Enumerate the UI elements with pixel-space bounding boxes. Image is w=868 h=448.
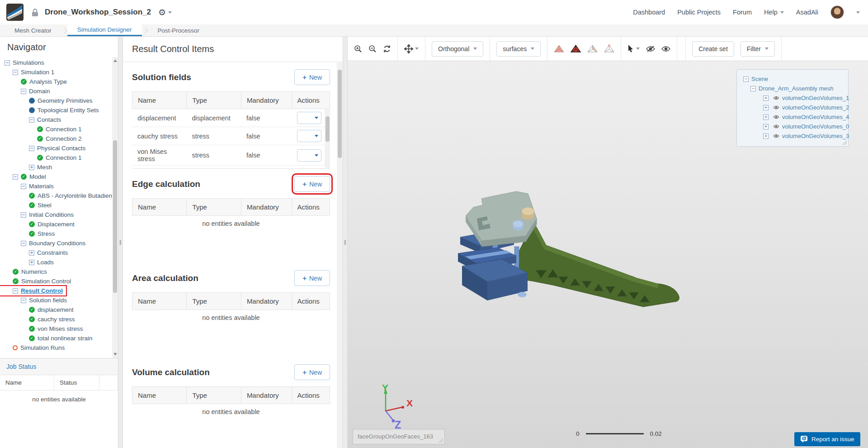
mesh-wireframe-node-view-icon[interactable] <box>604 44 614 53</box>
volume-calculation-new-button[interactable]: +New <box>294 364 330 380</box>
tree-expander-icon[interactable] <box>21 212 26 218</box>
tab-simulation-designer[interactable]: Simulation Designer <box>67 24 142 36</box>
nav-dashboard[interactable]: Dashboard <box>633 9 665 16</box>
nav-username[interactable]: AsadAli <box>796 9 818 16</box>
tree-expander-icon[interactable] <box>21 89 26 94</box>
table-row[interactable]: total nonlinear strain strain false <box>132 166 330 169</box>
navigator-tree-item[interactable]: Connection 1 <box>0 153 118 162</box>
navigator-tree-item[interactable]: Physical Contacts <box>0 143 118 153</box>
scrollbar-thumb[interactable] <box>326 116 330 142</box>
3d-canvas[interactable]: Scene Drone_Arm_Assembly mesh <box>348 61 868 448</box>
mesh-wireframe-face-view-icon[interactable] <box>587 44 598 53</box>
nav-forum[interactable]: Forum <box>733 9 752 16</box>
scrollbar-thumb[interactable] <box>113 140 117 293</box>
table-scrollbar[interactable] <box>325 109 330 168</box>
tree-expander-icon[interactable] <box>21 298 26 303</box>
tree-expander-icon[interactable] <box>29 165 34 170</box>
navigator-tree-item[interactable]: Stress <box>0 229 118 238</box>
navigator-tree-item[interactable]: displacement <box>0 305 118 315</box>
tree-expand-icon[interactable] <box>763 133 769 139</box>
tree-collapse-icon[interactable] <box>750 86 756 91</box>
navigator-tree-item[interactable]: Loads <box>0 257 118 267</box>
tree-expander-icon[interactable] <box>13 174 18 180</box>
row-actions-dropdown[interactable] <box>297 112 321 124</box>
navigator-tree-item[interactable]: ABS - Acrylonitrile Butadiene... <box>0 191 118 200</box>
tree-expand-icon[interactable] <box>763 114 769 120</box>
navigator-tree-item[interactable]: Steel <box>0 200 118 210</box>
tree-expander-icon[interactable] <box>21 184 26 189</box>
navigator-tree-item[interactable]: Result Control <box>0 286 66 295</box>
scrollbar-thumb[interactable] <box>338 70 342 158</box>
visibility-eye-icon[interactable] <box>773 96 779 100</box>
mesh-solid-view-icon[interactable] <box>554 44 564 53</box>
resize-handle-icon[interactable] <box>843 141 847 145</box>
navigator-tree-item[interactable]: Connection 2 <box>0 134 118 143</box>
create-set-button[interactable]: Create set <box>692 41 734 57</box>
show-all-icon[interactable] <box>661 46 670 52</box>
navigator-tree-item[interactable]: total nonlinear strain <box>0 334 118 343</box>
tree-expander-icon[interactable] <box>29 260 34 265</box>
simscale-logo-icon[interactable] <box>6 4 24 21</box>
scroll-down-icon[interactable] <box>113 353 117 356</box>
table-row[interactable]: cauchy stress stress false <box>132 127 330 145</box>
navigator-tree-item[interactable]: Initial Conditions <box>0 210 118 219</box>
navigator-tree-item[interactable]: Displacement <box>0 219 118 229</box>
navigator-tree-item[interactable]: von Mises stress <box>0 324 118 334</box>
navigator-tree-item[interactable]: Solution fields <box>0 295 118 305</box>
tree-expander-icon[interactable] <box>13 70 18 75</box>
drone-arm-assembly-model[interactable] <box>438 174 709 333</box>
scene-mesh-item[interactable]: Drone_Arm_Assembly mesh <box>741 84 844 93</box>
navigator-tree-item[interactable]: Boundary Conditions <box>0 238 118 248</box>
report-issue-button[interactable]: Report an issue <box>794 432 860 446</box>
nav-public-projects[interactable]: Public Projects <box>677 9 721 16</box>
tree-expander-icon[interactable] <box>29 146 34 151</box>
navigator-tree-item[interactable]: Analysis Type <box>0 77 118 86</box>
scene-volume-item[interactable]: volumeOnGeoVolumes_1 <box>741 93 844 103</box>
navigator-tree-item[interactable]: Geometry Primitives <box>0 96 118 105</box>
zoom-in-icon[interactable] <box>354 45 362 53</box>
scroll-up-icon[interactable] <box>113 59 117 62</box>
job-status-title[interactable]: Job Status <box>0 358 118 375</box>
tree-expander-icon[interactable] <box>13 288 18 294</box>
scene-volume-item[interactable]: volumeOnGeoVolumes_4 <box>741 112 844 122</box>
navigator-tree-item[interactable]: Simulation Runs <box>0 343 118 353</box>
navigator-tree-item[interactable]: Connection 1 <box>0 124 118 134</box>
navigator-tree-item[interactable]: Simulation Control <box>0 276 118 286</box>
navigator-tree-item[interactable]: Domain <box>0 86 118 96</box>
filter-dropdown[interactable]: Filter <box>741 41 775 57</box>
nav-help[interactable]: Help <box>764 9 784 16</box>
scene-volume-item[interactable]: volumeOnGeoVolumes_0 <box>741 122 844 131</box>
visibility-eye-icon[interactable] <box>773 134 779 138</box>
avatar[interactable] <box>830 5 844 19</box>
hide-selection-icon[interactable] <box>646 46 655 52</box>
panel-scrollbar[interactable] <box>337 62 343 448</box>
tree-expander-icon[interactable] <box>29 250 34 256</box>
mesh-solid-edges-view-icon[interactable] <box>571 44 581 53</box>
select-tool-icon[interactable] <box>627 45 640 52</box>
tree-expand-icon[interactable] <box>763 124 769 129</box>
render-mode-dropdown[interactable]: surfaces <box>496 41 541 57</box>
navigator-tree-item[interactable]: Model <box>0 172 118 181</box>
pan-tool-icon[interactable] <box>404 44 419 53</box>
navigator-tree-item[interactable]: cauchy stress <box>0 315 118 324</box>
navigator-tree-item[interactable]: Simulations <box>0 58 118 67</box>
project-settings-gear-icon[interactable]: ⚙ <box>158 8 172 17</box>
tree-expand-icon[interactable] <box>763 105 769 110</box>
navigator-scrollbar[interactable] <box>112 57 118 358</box>
tree-collapse-icon[interactable] <box>743 76 749 82</box>
area-calculation-new-button[interactable]: +New <box>294 270 330 286</box>
zoom-out-icon[interactable] <box>368 45 377 53</box>
tree-expander-icon[interactable] <box>29 117 34 123</box>
tree-expand-icon[interactable] <box>763 95 769 101</box>
navigator-tree-item[interactable]: Mesh <box>0 162 118 172</box>
visibility-eye-icon[interactable] <box>773 105 779 110</box>
navigator-tree-item[interactable]: Constraints <box>0 248 118 257</box>
tree-expander-icon[interactable] <box>5 60 10 66</box>
scene-root-item[interactable]: Scene <box>741 74 844 84</box>
navigator-tree-item[interactable]: Numerics <box>0 267 118 276</box>
panel-resizer-left[interactable]: ∥ <box>118 37 123 448</box>
scene-volume-item[interactable]: volumeOnGeoVolumes_2 <box>741 103 844 112</box>
row-actions-dropdown[interactable] <box>297 130 321 142</box>
projection-dropdown[interactable]: Orthogonal <box>432 41 483 57</box>
table-row[interactable]: displacement displacement false <box>132 109 330 127</box>
